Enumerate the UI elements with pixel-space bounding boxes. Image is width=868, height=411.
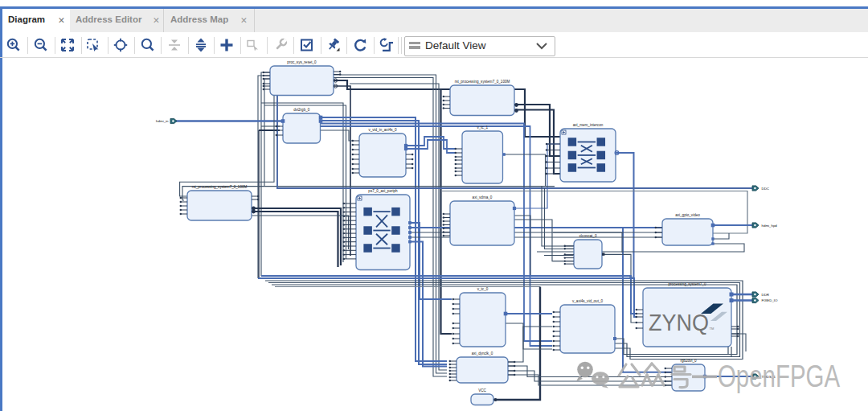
svg-text:DDR: DDR — [762, 293, 770, 297]
svg-text:hdmi_in: hdmi_in — [156, 119, 169, 123]
svg-text:DDC: DDC — [762, 187, 770, 191]
svg-text:v_tc_0: v_tc_0 — [477, 287, 489, 291]
svg-text:axi_dynclk_0: axi_dynclk_0 — [472, 351, 493, 356]
svg-text:rst_processing_system7_0_100M: rst_processing_system7_0_100M — [455, 80, 510, 84]
svg-text:rst_processing_system7_0_100M: rst_processing_system7_0_100M — [192, 185, 248, 189]
svg-text:FIXED_IO: FIXED_IO — [762, 298, 779, 302]
svg-text:rgb2dvi_0: rgb2dvi_0 — [680, 359, 697, 363]
svg-text:hdmi_hpd: hdmi_hpd — [762, 224, 778, 228]
svg-text:axi_vdma_0: axi_vdma_0 — [473, 195, 493, 199]
svg-text:axi_gpio_video: axi_gpio_video — [675, 213, 700, 217]
svg-text:processing_system7_0: processing_system7_0 — [669, 282, 706, 286]
svg-text:dvi2rgb_0: dvi2rgb_0 — [293, 108, 310, 112]
svg-text:OpenFPGA: OpenFPGA — [718, 360, 841, 393]
svg-text:ps7_0_axi_periph: ps7_0_axi_periph — [368, 189, 398, 193]
svg-text:xlconcat_0: xlconcat_0 — [579, 234, 597, 238]
svg-text:v_vid_in_axi4s_0: v_vid_in_axi4s_0 — [368, 128, 397, 132]
svg-text:TM: TM — [710, 327, 714, 331]
svg-text:VCC: VCC — [478, 388, 486, 393]
svg-text:ZYNQ: ZYNQ — [649, 310, 709, 335]
svg-text:v_axi4s_vid_out_0: v_axi4s_vid_out_0 — [572, 299, 603, 303]
svg-text:axi_mem_intercon: axi_mem_intercon — [573, 123, 604, 127]
svg-text:proc_sys_reset_0: proc_sys_reset_0 — [287, 60, 317, 64]
svg-text:v_tc_1: v_tc_1 — [477, 125, 488, 129]
